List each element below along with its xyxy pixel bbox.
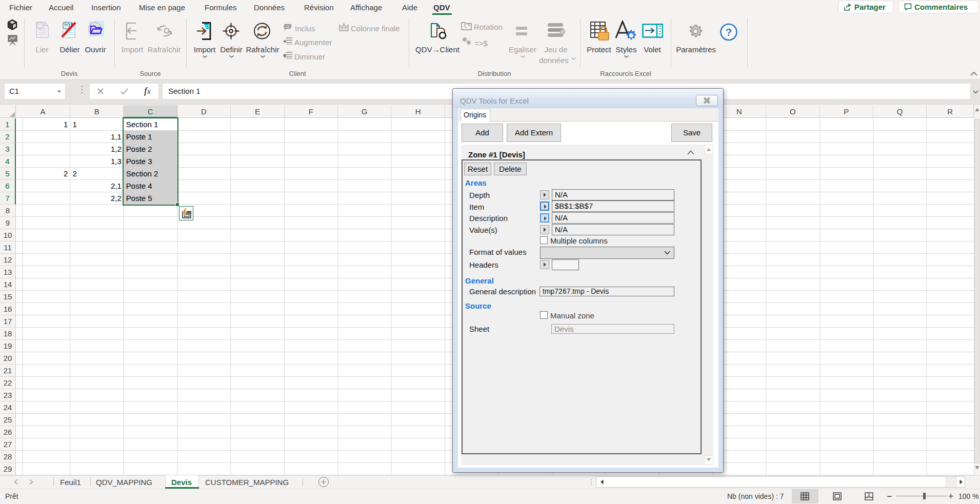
svg-text:?: ? <box>726 26 732 38</box>
